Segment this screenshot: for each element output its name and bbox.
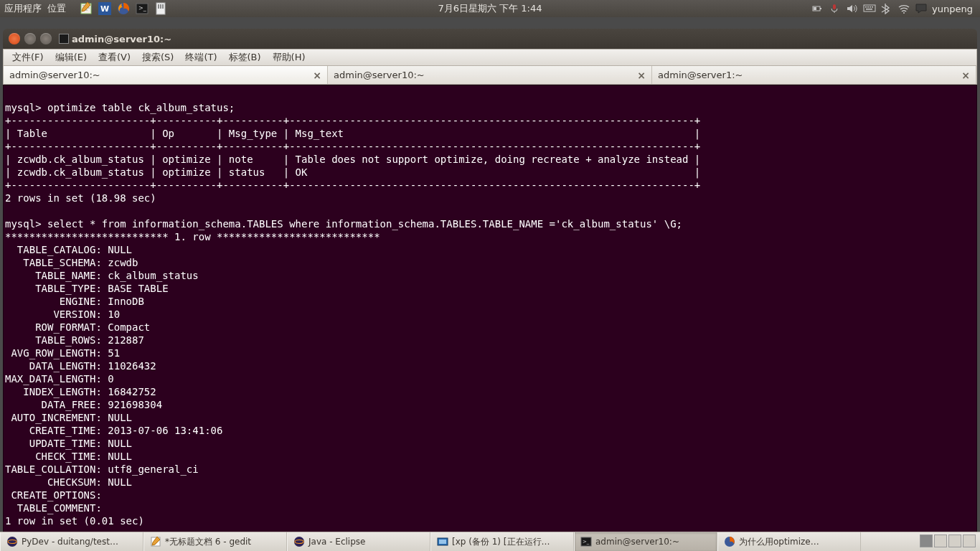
places-menu[interactable]: 位置	[47, 2, 66, 15]
task-label: 为什么用optimize…	[739, 536, 819, 548]
firefox-icon	[724, 536, 735, 547]
svg-rect-12	[814, 7, 816, 10]
chat-icon[interactable]	[915, 3, 926, 14]
task-terminal[interactable]: >_ admin@server10:~	[574, 532, 717, 551]
close-icon[interactable]: ×	[961, 70, 970, 81]
window-minimize-button[interactable]	[24, 33, 36, 44]
menu-tabs[interactable]: 标签(B)	[225, 50, 265, 65]
workspace-3[interactable]	[948, 534, 961, 547]
menu-search[interactable]: 搜索(S)	[138, 50, 178, 65]
terminal-icon: >_	[580, 536, 592, 547]
svg-rect-19	[866, 9, 872, 10]
task-firefox[interactable]: 为什么用optimize…	[717, 532, 861, 551]
terminal-tab-2[interactable]: admin@server1:~ ×	[652, 66, 976, 84]
terminal-launcher-icon[interactable]: >_	[135, 1, 149, 16]
svg-text:W: W	[100, 4, 109, 14]
task-label: *无标题文档 6 - gedit	[165, 536, 251, 548]
menu-terminal[interactable]: 终端(T)	[181, 50, 221, 65]
workspace-switcher[interactable]	[915, 532, 980, 551]
svg-point-21	[7, 537, 17, 547]
gedit-icon	[150, 536, 161, 547]
svg-rect-14	[864, 5, 875, 11]
svg-rect-27	[439, 540, 446, 544]
task-label: [xp (备份 1) [正在运行…	[452, 536, 550, 548]
eclipse-icon	[6, 536, 18, 547]
gnome-top-panel: 应用程序 位置 W >_ 7月6日星期六 下午 1:44 yunpeng	[0, 0, 980, 17]
menu-view[interactable]: 查看(V)	[94, 50, 135, 65]
svg-rect-13	[833, 4, 836, 9]
svg-rect-9	[162, 4, 164, 9]
svg-rect-15	[865, 6, 867, 8]
close-icon[interactable]: ×	[637, 70, 646, 81]
task-label: admin@server10:~	[595, 537, 679, 547]
gedit-launcher-icon[interactable]	[79, 1, 93, 16]
svg-rect-16	[867, 6, 869, 8]
terminal-tab-1[interactable]: admin@server10:~ ×	[328, 66, 652, 84]
terminal-menubar: 文件(F) 编辑(E) 查看(V) 搜索(S) 终端(T) 标签(B) 帮助(H…	[3, 49, 977, 66]
window-maximize-button[interactable]	[40, 33, 52, 44]
gnome-bottom-panel: PyDev - duitang/test… *无标题文档 6 - gedit J…	[0, 532, 980, 551]
menu-edit[interactable]: 编辑(E)	[51, 50, 91, 65]
terminal-tab-0[interactable]: admin@server10:~ ×	[4, 66, 328, 84]
terminal-output[interactable]: mysql> optimize table ck_album_status; +…	[3, 85, 977, 537]
task-gedit[interactable]: *无标题文档 6 - gedit	[143, 532, 287, 551]
svg-rect-18	[872, 6, 873, 8]
firefox-launcher-icon[interactable]	[116, 1, 131, 16]
svg-point-20	[903, 12, 905, 14]
task-pydev[interactable]: PyDev - duitang/test…	[0, 532, 143, 551]
task-label: Java - Eclipse	[308, 537, 365, 547]
clock[interactable]: 7月6日星期六 下午 1:44	[438, 2, 542, 15]
vbox-icon	[437, 536, 448, 547]
word-launcher-icon[interactable]: W	[98, 1, 112, 16]
user-menu[interactable]: yunpeng	[932, 4, 973, 14]
task-virtualbox[interactable]: [xp (备份 1) [正在运行…	[430, 532, 574, 551]
bluetooth-icon[interactable]	[880, 3, 892, 14]
svg-rect-8	[160, 4, 161, 9]
close-icon[interactable]: ×	[313, 70, 321, 81]
terminal-icon	[59, 34, 69, 44]
window-titlebar[interactable]: admin@server10:~	[3, 29, 977, 49]
terminal-tab-bar: admin@server10:~ × admin@server10:~ × ad…	[3, 66, 977, 85]
wifi-icon[interactable]	[897, 3, 909, 14]
window-title: admin@server10:~	[59, 34, 171, 44]
applications-menu[interactable]: 应用程序	[4, 2, 42, 15]
menu-file[interactable]: 文件(F)	[8, 50, 48, 65]
battery-icon[interactable]	[811, 3, 823, 14]
menu-help[interactable]: 帮助(H)	[268, 50, 310, 65]
workspace-2[interactable]	[934, 534, 947, 547]
svg-rect-7	[158, 4, 159, 9]
svg-rect-17	[870, 6, 871, 8]
tool-launcher-icon[interactable]	[154, 1, 168, 16]
task-java-eclipse[interactable]: Java - Eclipse	[287, 532, 430, 551]
svg-point-24	[294, 537, 304, 547]
keyboard-icon[interactable]	[863, 3, 875, 14]
tab-label: admin@server10:~	[334, 70, 425, 80]
workspace-4[interactable]	[963, 534, 976, 547]
svg-text:>_: >_	[138, 5, 147, 11]
svg-text:>_: >_	[583, 539, 590, 545]
tab-label: admin@server1:~	[658, 70, 743, 80]
svg-rect-11	[820, 8, 821, 9]
window-close-button[interactable]	[9, 33, 20, 44]
eclipse-icon	[293, 536, 305, 547]
workspace-1[interactable]	[920, 534, 933, 547]
task-label: PyDev - duitang/test…	[22, 537, 118, 547]
mic-icon[interactable]	[829, 3, 840, 14]
volume-icon[interactable]	[846, 3, 857, 14]
tab-label: admin@server10:~	[9, 70, 100, 80]
